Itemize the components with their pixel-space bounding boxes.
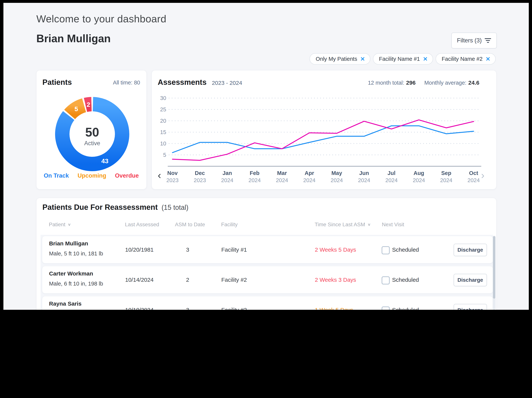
- column-header-time-since-last-asm[interactable]: Time Since Last ASM∨: [315, 221, 371, 227]
- donut-segment-value: 43: [101, 157, 108, 164]
- x-tick-month: Jun: [359, 170, 369, 176]
- x-tick-month: Feb: [250, 170, 260, 176]
- scheduled-checkbox[interactable]: [382, 246, 390, 254]
- patient-name: Rayna Saris: [49, 301, 82, 307]
- x-tick-year: 2024: [440, 177, 452, 183]
- x-tick-year: 2024: [221, 177, 234, 183]
- filter-chip-label: Facility Name #1: [379, 56, 420, 62]
- sort-chevron-icon[interactable]: ∨: [68, 222, 71, 227]
- x-tick-month: Oct: [469, 170, 478, 176]
- patient-details: Male, 5 ft 10 in, 181 lb: [49, 251, 103, 257]
- x-tick-month: May: [331, 170, 342, 176]
- chip-close-icon[interactable]: ✕: [486, 56, 490, 62]
- column-header-label: Next Visit: [382, 221, 404, 227]
- assessments-line-chart: 51015202530Nov2023Dec2023Jan2024Feb2024M…: [155, 95, 492, 184]
- scheduled-checkbox[interactable]: [382, 307, 390, 310]
- table-title-row: Patients Due For Reassessment (15 total): [42, 203, 188, 211]
- patients-legend: On TrackUpcomingOverdue: [36, 172, 146, 179]
- x-tick-year: 2024: [386, 177, 398, 183]
- dashboard-app: Welcome to your dashboard Brian Mulligan…: [3, 3, 529, 310]
- column-header-label: Patient: [49, 221, 65, 227]
- asm-to-date: 2: [178, 266, 197, 293]
- donut-center-value: 50: [85, 125, 99, 139]
- legend-on-track: On Track: [44, 172, 69, 179]
- column-header-label: ASM to Date: [175, 221, 205, 227]
- column-header-asm-to-date: ASM to Date: [175, 221, 205, 227]
- table-row-2: Rayna Saris10/19/20243Facility #21 Week …: [42, 296, 493, 310]
- legend-overdue: Overdue: [115, 172, 139, 179]
- asm-to-date: 3: [178, 296, 197, 310]
- y-tick-label: 25: [160, 106, 166, 113]
- assessments-date-range: 2023 - 2024: [212, 80, 242, 86]
- facility-name: Facility #2: [221, 296, 247, 310]
- table-scrollbar-thumb[interactable]: [493, 236, 495, 299]
- x-tick-month: Mar: [277, 170, 287, 176]
- column-header-label: Facility: [221, 221, 238, 227]
- x-tick-month: Dec: [195, 170, 205, 176]
- scheduled-label: Scheduled: [392, 236, 419, 263]
- last-assessed-date: 10/20/1981: [125, 236, 153, 263]
- filter-chip-label: Facility Name #2: [442, 56, 483, 62]
- table-title: Patients Due For Reassessment: [42, 203, 158, 211]
- x-tick-month: Nov: [167, 170, 178, 176]
- assessments-stats: 12 month total:296Monthly average:24.6: [368, 80, 479, 86]
- donut-segment-value: 2: [87, 101, 90, 108]
- time-since-last-asm: 2 Weeks 5 Days: [315, 236, 356, 263]
- sort-chevron-icon[interactable]: ∨: [367, 222, 371, 227]
- y-tick-label: 15: [160, 129, 166, 135]
- filter-chip-2[interactable]: Facility Name #2✕: [436, 53, 496, 64]
- discharge-button[interactable]: Discharge: [454, 274, 487, 286]
- patients-all-time: All time: 80: [113, 80, 140, 86]
- filter-chip-0[interactable]: Only My Patients✕: [310, 53, 370, 64]
- column-header-next-visit: Next Visit: [382, 221, 404, 227]
- scheduled-checkbox[interactable]: [382, 277, 390, 284]
- filter-chip-label: Only My Patients: [316, 56, 357, 62]
- chip-close-icon[interactable]: ✕: [360, 56, 365, 62]
- last-assessed-date: 10/19/2024: [125, 296, 153, 310]
- last-assessed-date: 10/14/2024: [125, 266, 153, 293]
- chart-prev-button[interactable]: ‹: [158, 170, 161, 180]
- column-header-last-assessed: Last Assessed: [125, 221, 159, 227]
- x-tick-year: 2024: [276, 177, 288, 183]
- column-header-facility: Facility: [221, 221, 238, 227]
- facility-name: Facility #1: [221, 236, 247, 263]
- chart-next-button[interactable]: ›: [481, 170, 484, 180]
- patients-card-title: Patients: [42, 78, 72, 87]
- filters-button[interactable]: Filters (3): [451, 32, 497, 49]
- series-magenta: [172, 120, 474, 160]
- x-tick-year: 2024: [249, 177, 261, 183]
- x-tick-year: 2024: [468, 177, 480, 183]
- x-tick-month: Sep: [441, 170, 451, 176]
- x-tick-month: Jan: [222, 170, 232, 176]
- x-tick-year: 2024: [330, 177, 343, 183]
- user-name: Brian Mulligan: [36, 32, 111, 45]
- donut-segment-value: 5: [74, 105, 78, 113]
- x-tick-year: 2024: [303, 177, 316, 183]
- filter-chips: Only My Patients✕Facility Name #1✕Facili…: [310, 53, 496, 64]
- donut-center-label: Active: [84, 140, 100, 146]
- discharge-button[interactable]: Discharge: [454, 244, 487, 256]
- y-tick-label: 30: [160, 95, 166, 101]
- y-tick-label: 5: [163, 152, 166, 158]
- table-total-count: (15 total): [161, 203, 188, 211]
- x-tick-month: Aug: [413, 170, 424, 176]
- column-header-patient[interactable]: Patient∨: [49, 221, 71, 227]
- legend-upcoming: Upcoming: [78, 172, 106, 179]
- table-row-0: Brian MulliganMale, 5 ft 10 in, 181 lb10…: [42, 236, 493, 263]
- assessments-stat-0: 12 month total:296: [368, 80, 416, 86]
- patients-donut-chart: 4352 50 Active: [54, 96, 130, 172]
- y-tick-label: 20: [160, 118, 166, 124]
- asm-to-date: 3: [178, 236, 197, 263]
- assessments-title-row: Assessments 2023 - 2024: [158, 78, 242, 87]
- scheduled-label: Scheduled: [392, 266, 419, 293]
- table-row-1: Carter WorkmanMale, 6 ft 10 in, 198 lb10…: [42, 266, 493, 293]
- x-tick-year: 2023: [194, 177, 206, 183]
- chip-close-icon[interactable]: ✕: [423, 56, 428, 62]
- x-tick-month: Jul: [387, 170, 395, 176]
- column-header-label: Time Since Last ASM: [315, 221, 365, 227]
- assessments-stat-1: Monthly average:24.6: [424, 80, 479, 86]
- discharge-button[interactable]: Discharge: [454, 304, 487, 310]
- filter-chip-1[interactable]: Facility Name #1✕: [373, 53, 433, 64]
- x-tick-month: Apr: [305, 170, 314, 176]
- filters-button-label: Filters (3): [457, 37, 482, 44]
